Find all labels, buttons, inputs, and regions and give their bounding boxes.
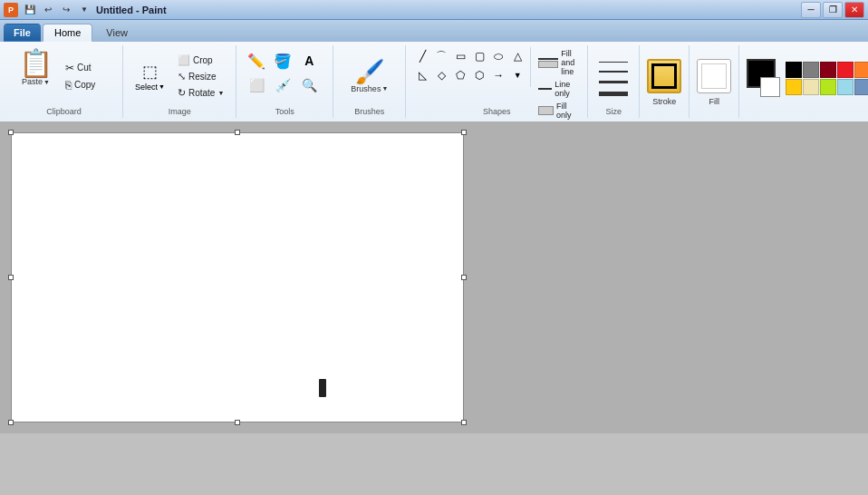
crop-button[interactable]: ⬜ Crop (173, 53, 228, 68)
tab-view[interactable]: View (94, 24, 140, 42)
color-picker-button[interactable]: 💉 (270, 73, 295, 97)
fill-tool-icon: 🪣 (274, 53, 292, 70)
resize-handle-tr[interactable] (461, 130, 467, 135)
size-3-button[interactable] (595, 79, 632, 85)
color-swatch[interactable] (803, 79, 819, 95)
resize-handle-mr[interactable] (461, 275, 467, 280)
cut-button[interactable]: ✂ Cut (61, 60, 115, 76)
color-swatch[interactable] (837, 79, 854, 95)
fill-only-button[interactable]: Fill only (535, 100, 580, 121)
brushes-button[interactable]: 🖌️ Brushes ▼ (341, 55, 398, 98)
brushes-group-label: Brushes (354, 105, 384, 118)
minimize-button[interactable]: ─ (801, 2, 821, 18)
colors-group: Edit colors Colors (739, 45, 868, 118)
color-swatch[interactable] (837, 62, 854, 78)
paste-dropdown-arrow: ▼ (43, 79, 50, 85)
stroke-content: Stroke (647, 45, 681, 118)
shapes-content: ╱ ⌒ ▭ ▢ ⬭ △ ◺ ◇ ⬠ ⬡ → ▼ (413, 45, 580, 105)
line-only-button[interactable]: Line only (535, 78, 580, 100)
color-swatch[interactable] (854, 79, 868, 95)
restore-button[interactable]: ❐ (823, 2, 843, 18)
cut-icon: ✂ (65, 62, 74, 74)
pencil-icon: ✏️ (247, 53, 265, 70)
crop-icon: ⬜ (178, 54, 190, 66)
undo-quick-btn[interactable]: ↩ (40, 3, 56, 17)
color-swatch[interactable] (854, 62, 868, 78)
magnifier-button[interactable]: 🔍 (296, 73, 322, 97)
shapes-grid: ╱ ⌒ ▭ ▢ ⬭ △ ◺ ◇ ⬠ ⬡ → ▼ (413, 47, 526, 84)
magnifier-icon: 🔍 (302, 78, 317, 92)
select-button[interactable]: ⬚ Select ▼ (130, 59, 169, 94)
size-4-button[interactable] (595, 90, 632, 98)
resize-handle-br[interactable] (461, 420, 467, 425)
color-swatch[interactable] (786, 79, 802, 95)
color-swatch[interactable] (803, 62, 819, 78)
arrow-shape[interactable]: → (489, 66, 507, 84)
resize-handle-tl[interactable] (8, 130, 14, 135)
colors-content: Edit colors (747, 45, 868, 105)
background-color-box[interactable] (760, 77, 780, 97)
resize-handle-bl[interactable] (8, 420, 14, 425)
stroke-icon (651, 63, 677, 89)
copy-label: Copy (74, 80, 95, 90)
canvas-area[interactable] (0, 121, 868, 433)
color-swatch[interactable] (820, 62, 836, 78)
close-button[interactable]: ✕ (844, 2, 864, 18)
image-group: ⬚ Select ▼ ⬜ Crop ⤡ Resize ↻ (123, 45, 236, 118)
copy-icon: ⎘ (65, 79, 72, 92)
qa-dropdown-btn[interactable]: ▼ (76, 3, 92, 17)
line-shape[interactable]: ╱ (413, 47, 431, 65)
tab-home[interactable]: Home (43, 24, 92, 42)
window-title: Untitled - Paint (96, 5, 167, 15)
crop-label: Crop (193, 55, 213, 65)
fill-button[interactable] (697, 59, 731, 93)
eraser-button[interactable]: ⬜ (244, 73, 269, 97)
resize-button[interactable]: ⤡ Resize (173, 69, 228, 84)
fill-tool-button[interactable]: 🪣 (270, 49, 295, 73)
triangle-shape[interactable]: △ (508, 47, 526, 65)
title-bar-left: P 💾 ↩ ↪ ▼ Untitled - Paint (4, 3, 167, 17)
stroke-button[interactable] (647, 59, 681, 93)
pencil-button[interactable]: ✏️ (244, 49, 269, 73)
paste-label: Paste (22, 77, 43, 86)
copy-button[interactable]: ⎘ Copy (61, 77, 115, 93)
color-swatch[interactable] (786, 62, 802, 78)
select-icon: ⬚ (142, 62, 158, 82)
pentagon-shape[interactable]: ⬠ (451, 66, 469, 84)
hexagon-shape[interactable]: ⬡ (470, 66, 488, 84)
resize-icon: ⤡ (178, 71, 186, 82)
resize-handle-ml[interactable] (8, 275, 14, 280)
fill-text-label: Fill (709, 97, 720, 106)
rotate-label: Rotate (188, 88, 215, 98)
fill-only-icon (538, 106, 554, 115)
tab-file[interactable]: File (4, 24, 41, 42)
ellipse-shape[interactable]: ⬭ (489, 47, 507, 65)
size-2-button[interactable] (595, 69, 632, 74)
paste-icon: 📋 (19, 50, 53, 77)
diamond-shape[interactable]: ◇ (432, 66, 450, 84)
right-tri-shape[interactable]: ◺ (413, 66, 431, 84)
size-1-button[interactable] (595, 60, 632, 64)
rect-shape[interactable]: ▭ (451, 47, 469, 65)
paint-canvas[interactable] (11, 132, 464, 422)
text-icon: A (304, 53, 313, 68)
rotate-button[interactable]: ↻ Rotate ▼ (173, 85, 228, 101)
resize-handle-tm[interactable] (235, 130, 240, 135)
color-swatch[interactable] (820, 79, 836, 95)
rotate-icon: ↻ (178, 87, 186, 99)
fill-selector: Fill (697, 59, 731, 106)
text-button[interactable]: A (296, 49, 322, 73)
active-colors-area (747, 59, 780, 97)
image-small-btns: ⬜ Crop ⤡ Resize ↻ Rotate ▼ (173, 53, 228, 101)
curve-shape[interactable]: ⌒ (432, 47, 450, 65)
clipboard-label: Clipboard (46, 105, 82, 118)
resize-handle-bm[interactable] (235, 420, 240, 425)
redo-quick-btn[interactable]: ↪ (58, 3, 74, 17)
paste-button[interactable]: 📋 Paste ▼ (13, 47, 59, 105)
more-shapes[interactable]: ▼ (508, 66, 526, 84)
save-quick-btn[interactable]: 💾 (22, 3, 38, 17)
brushes-label: Brushes (351, 84, 381, 93)
fill-and-line-button[interactable]: Fill and line (535, 47, 580, 78)
clipboard-group: 📋 Paste ▼ ✂ Cut ⎘ Copy Clipboard (5, 45, 123, 118)
rounded-rect-shape[interactable]: ▢ (470, 47, 488, 65)
